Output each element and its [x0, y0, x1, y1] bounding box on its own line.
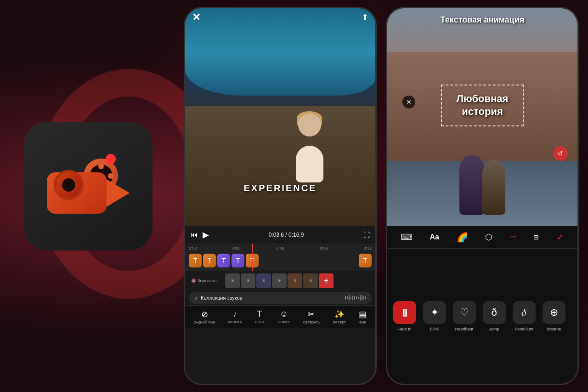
couple-figures — [455, 146, 510, 215]
pendulum-symbol: 𝛿 — [521, 307, 526, 318]
track-text-2[interactable]: T — [203, 254, 216, 267]
text-close-button[interactable]: ✕ — [402, 96, 415, 108]
animation-tool[interactable]: 〰 — [510, 233, 516, 241]
phone2-video-preview: Текстовая анимация Любовнаяистория ✕ ↺ — [387, 8, 577, 226]
fade-in-icon: ||| — [393, 301, 416, 324]
reel-dot — [98, 164, 104, 169]
breathe-symbol: ⊕ — [550, 307, 558, 318]
share-button[interactable]: ⬆ — [362, 12, 368, 23]
ruler-mark-4: 0:12 — [363, 246, 372, 250]
sticker-label: СТИКЕР — [277, 320, 290, 324]
wave-bar — [358, 297, 359, 299]
close-button[interactable]: ✕ — [192, 11, 200, 23]
timeline-ruler: 0:00 0:03 0:06 0:09 0:12 — [189, 246, 372, 250]
track-text-4[interactable]: T — [232, 254, 244, 267]
audio-label: 🔇 Звук выкл. — [187, 278, 221, 284]
overlay-text: Любовнаяистория — [451, 92, 514, 119]
strip-item-4[interactable]: ⊗ — [272, 273, 287, 288]
tool-filter[interactable]: ▤ ФИЛ — [359, 309, 367, 324]
blink-icon: ✦ — [423, 301, 446, 324]
anim-jump[interactable]: ð Jump — [479, 299, 509, 334]
tool-trim[interactable]: ✂ ОБРЕЗАТЬ — [303, 309, 320, 324]
anim-breathe[interactable]: ⊕ Breathe — [539, 299, 569, 334]
ruler-mark-0: 0:00 — [189, 246, 197, 250]
person-silhouette — [291, 118, 328, 182]
confirm-tool[interactable]: ✓ — [556, 232, 564, 243]
fade-in-label: Fade In — [397, 327, 412, 331]
heartbeat-label: Heartbeat — [455, 327, 474, 331]
camera-triangle — [107, 179, 130, 207]
play-button[interactable]: ▶ — [203, 230, 209, 240]
anim-heartbeat[interactable]: ♡ Heartbeat — [449, 299, 479, 334]
font-tool[interactable]: Aa — [430, 233, 439, 241]
rotate-button[interactable]: ↺ — [553, 146, 568, 161]
video-strip: ⊗ ⊗ ⊗ ⊗ ⊗ ⊗ + — [221, 272, 337, 290]
figure-left — [459, 155, 485, 215]
wave-bar — [362, 295, 362, 300]
waveform — [345, 295, 366, 301]
tool-text[interactable]: T ТЕКСТ — [254, 309, 265, 324]
person-head — [298, 114, 321, 136]
breathe-icon: ⊕ — [543, 301, 565, 324]
strip-item-5[interactable]: ⊗ — [288, 273, 302, 288]
music-label: Коллекция звуков — [201, 295, 341, 301]
track-text-3[interactable]: T — [217, 254, 230, 267]
tool-sticker[interactable]: ☺ СТИКЕР — [277, 309, 290, 324]
trim-icon: ✂ — [308, 309, 315, 319]
timeline: 0:00 0:03 0:06 0:09 0:12 T T T T T — [185, 244, 375, 271]
text-toolbar: ⌨ Aa 🌈 ⬡ 〰 ⊟ ✓ — [387, 226, 577, 249]
text-overlay-box[interactable]: Любовнаяистория — [441, 85, 524, 126]
audio-icon: 🔇 — [191, 278, 196, 283]
strip-item-1[interactable]: ⊗ — [225, 273, 240, 288]
style-tool[interactable]: ⬡ — [485, 232, 492, 242]
strip-item-3[interactable]: ⊗ — [256, 273, 271, 288]
phone-2-text-animation: Текстовая анимация Любовнаяистория ✕ ↺ ⌨… — [386, 7, 579, 385]
color-tool[interactable]: 🌈 — [457, 232, 468, 243]
keyboard-tool[interactable]: ⌨ — [401, 232, 413, 242]
wave-bar — [349, 295, 350, 301]
wave-bar — [345, 296, 346, 300]
tool-effect[interactable]: ✨ ЭФФЕКТ — [333, 309, 346, 324]
add-clip-button[interactable]: + — [319, 273, 334, 288]
text-tool-label: ТЕКСТ — [254, 320, 265, 324]
figure-right — [482, 160, 505, 215]
phone2-content: Текстовая анимация Любовнаяистория ✕ ↺ ⌨… — [387, 8, 577, 384]
adjust-tool[interactable]: ⊟ — [533, 233, 539, 241]
wave-bar — [351, 297, 351, 299]
playback-bar: ⏮ ▶ 0:03.6 / 0:16.9 ⛶ — [185, 226, 375, 244]
pendulum-label: Pendulum — [514, 327, 533, 331]
ruler-mark-1: 0:03 — [232, 246, 241, 250]
phones-container: EXPERIENCE ✕ ⬆ ⏮ ▶ 0:03.6 / 0:16.9 ⛶ — [184, 7, 579, 385]
animation-list: ||| Fade In ✦ Blink ♡ — [387, 249, 577, 384]
background-icon: ⊘ — [201, 309, 208, 319]
trim-label: ОБРЕЗАТЬ — [303, 321, 320, 324]
tool-background[interactable]: ⊘ ЗАДНИЙ ФОН — [194, 309, 215, 324]
anim-pendulum[interactable]: 𝛿 Pendulum — [509, 299, 539, 334]
text-track: T T T T T T — [189, 253, 372, 269]
anim-fade-in[interactable]: ||| Fade In — [390, 299, 419, 334]
skip-back-icon[interactable]: ⏮ — [191, 231, 198, 239]
track-text-6[interactable]: T — [359, 254, 372, 267]
wave-bar — [365, 296, 366, 299]
wave-bar — [347, 296, 348, 299]
music-bar[interactable]: ♪ Коллекция звуков — [189, 292, 372, 304]
blink-label: Blink — [430, 327, 439, 331]
phone2-header: Текстовая анимация — [387, 8, 577, 32]
wave-bar — [360, 295, 361, 301]
strip-item-6[interactable]: ⊗ — [303, 273, 318, 288]
effect-label: ЭФФЕКТ — [333, 321, 346, 324]
anim-blink[interactable]: ✦ Blink — [419, 299, 449, 334]
video-background: EXPERIENCE — [185, 8, 375, 226]
reel-dot — [108, 173, 113, 179]
tool-music[interactable]: ♪ МУЗЫКА — [228, 309, 242, 324]
camera-icon — [47, 154, 130, 218]
phone2-controls: ⌨ Aa 🌈 ⬡ 〰 ⊟ ✓ ||| Fade In — [387, 226, 577, 384]
music-tool-icon: ♪ — [233, 309, 237, 319]
lens-inner — [61, 177, 77, 193]
fullscreen-icon[interactable]: ⛶ — [363, 231, 370, 239]
record-dot — [106, 154, 116, 164]
track-text-1[interactable]: T — [189, 254, 202, 267]
ruler-mark-3: 0:09 — [320, 246, 328, 250]
pendulum-icon: 𝛿 — [513, 301, 536, 324]
strip-item-2[interactable]: ⊗ — [241, 273, 255, 288]
